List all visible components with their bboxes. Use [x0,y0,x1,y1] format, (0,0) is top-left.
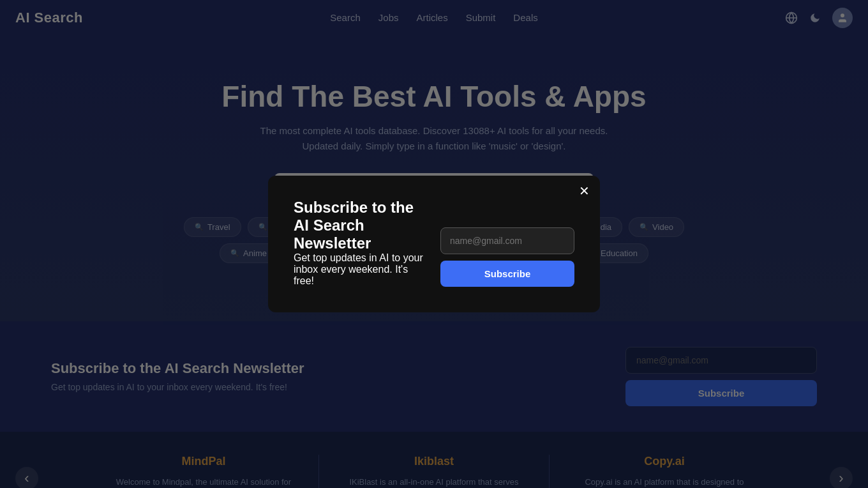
modal-form: Subscribe [440,227,574,287]
modal-close-button[interactable]: ✕ [579,185,590,197]
modal-email-input[interactable] [440,227,574,254]
modal-title: Subscribe to the AI Search Newsletter [294,199,428,252]
modal-body: Subscribe to the AI Search Newsletter Ge… [294,199,574,287]
modal-description: Get top updates in AI to your inbox ever… [294,252,428,287]
modal-overlay[interactable]: ✕ Subscribe to the AI Search Newsletter … [0,0,868,488]
modal-text: Subscribe to the AI Search Newsletter Ge… [294,199,428,287]
modal-subscribe-button[interactable]: Subscribe [440,261,574,287]
newsletter-modal: ✕ Subscribe to the AI Search Newsletter … [268,176,600,312]
